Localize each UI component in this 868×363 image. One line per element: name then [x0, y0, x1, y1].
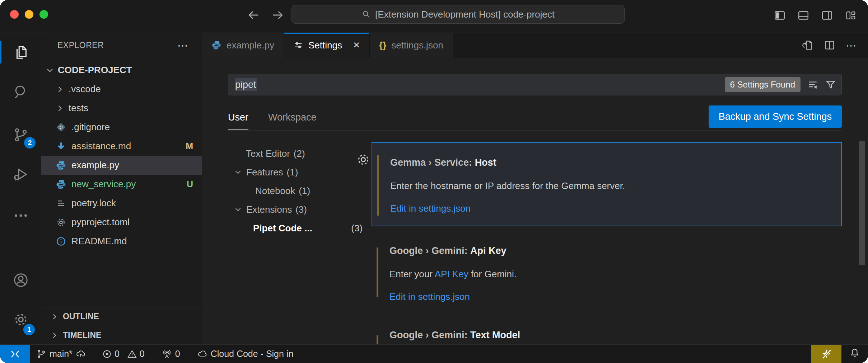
timeline-section[interactable]: TIMELINE [41, 326, 202, 344]
settings-search-value: pipet [235, 79, 257, 90]
setting-title: Google › Gemini: Text Model [389, 330, 842, 341]
back-arrow-icon[interactable] [246, 8, 261, 22]
scope-tab-workspace[interactable]: Workspace [268, 112, 317, 130]
toc-extensions[interactable]: Extensions (3) [228, 200, 363, 219]
remote-indicator[interactable] [0, 345, 30, 363]
editor-more-actions-icon[interactable]: ⋯ [846, 39, 857, 52]
tree-file-assistance[interactable]: assistance.md M [41, 137, 202, 156]
tree-file-readme[interactable]: README.md [41, 232, 202, 251]
search-activity-button[interactable] [0, 77, 41, 106]
backup-sync-settings-button[interactable]: Backup and Sync Settings [709, 105, 842, 128]
status-bar: main* 0 0 0 Cloud Code - Sign in [0, 344, 868, 363]
source-control-activity-button[interactable]: 2 [0, 121, 41, 149]
notifications-button[interactable] [841, 348, 868, 360]
toc-label: Pipet Code ... [253, 223, 312, 234]
tab-example-py[interactable]: example.py [202, 33, 284, 58]
toc-text-editor[interactable]: Text Editor (2) [228, 144, 363, 163]
outline-section[interactable]: OUTLINE [41, 307, 202, 326]
minimize-window-button[interactable] [25, 10, 33, 19]
chevron-right-icon [50, 312, 59, 321]
run-debug-activity-button[interactable] [0, 160, 41, 189]
chevron-right-icon [55, 103, 65, 113]
toc-label: Text Editor [246, 148, 290, 159]
tree-file-gitignore[interactable]: .gitignore [41, 118, 202, 137]
toggle-panel-icon[interactable] [797, 9, 810, 22]
more-icon [13, 207, 29, 224]
toc-count: (3) [351, 223, 363, 234]
root-folder-label: CODE-PROJECT [58, 65, 132, 76]
explorer-activity-button[interactable] [0, 38, 41, 67]
chevron-down-icon [233, 205, 243, 214]
maximize-window-button[interactable] [39, 10, 48, 19]
bell-icon [849, 348, 860, 358]
api-key-link[interactable]: API Key [435, 269, 468, 279]
forward-arrow-icon[interactable] [271, 8, 285, 22]
branch-status-item[interactable]: main* [36, 349, 86, 359]
error-count: 0 [115, 349, 120, 359]
toc-label: Features [246, 167, 283, 178]
open-settings-json-icon[interactable] [801, 39, 813, 51]
file-label: pyproject.toml [71, 217, 130, 228]
setting-gemma-service-host[interactable]: Gemma › Service: Host Enter the hostname… [372, 142, 842, 226]
tree-file-poetry-lock[interactable]: poetry.lock [41, 194, 202, 213]
sliders-icon [293, 40, 303, 50]
accounts-button[interactable] [0, 266, 41, 294]
explorer-more-actions[interactable]: ⋯ [177, 39, 189, 52]
folder-label: tests [69, 103, 88, 114]
ports-status-item[interactable]: 0 [162, 349, 180, 359]
tree-root-folder[interactable]: CODE-PROJECT [41, 61, 202, 80]
branch-name: main* [50, 349, 73, 359]
file-label: example.py [71, 160, 119, 171]
search-icon [13, 84, 29, 100]
tree-file-example[interactable]: example.py [41, 156, 202, 175]
split-editor-icon[interactable] [823, 39, 836, 51]
file-label: poetry.lock [71, 198, 116, 209]
edit-in-settings-json-link[interactable]: Edit in settings.json [389, 291, 470, 302]
setting-google-gemini-text-model[interactable]: Google › Gemini: Text Model [372, 323, 842, 344]
scope-tab-user[interactable]: User [228, 112, 248, 130]
manage-badge: 1 [23, 324, 35, 335]
edit-in-settings-json-link[interactable]: Edit in settings.json [390, 203, 471, 214]
info-file-icon [56, 236, 66, 247]
tab-label: Settings [308, 40, 342, 51]
tree-folder-vscode[interactable]: .vscode [41, 80, 202, 99]
tab-settings[interactable]: Settings ✕ [284, 33, 370, 58]
settings-toc: Text Editor (2) Features (1) Notebook (1… [228, 144, 363, 237]
customize-layout-icon[interactable] [844, 9, 857, 22]
title-bar: [Extension Development Host] code-projec… [0, 0, 868, 32]
tab-settings-json[interactable]: {} settings.json [370, 33, 453, 58]
close-window-button[interactable] [10, 10, 19, 19]
setting-title: Google › Gemini: Api Key [389, 245, 842, 256]
ai-assist-status-button[interactable] [811, 345, 841, 363]
modified-indicator [377, 335, 378, 344]
problems-status-item[interactable]: 0 0 [102, 349, 145, 359]
chevron-right-icon [50, 331, 59, 340]
toggle-secondary-sidebar-icon[interactable] [821, 9, 834, 22]
tree-file-pyproject[interactable]: pyproject.toml [41, 213, 202, 232]
vertical-scrollbar[interactable] [859, 141, 865, 265]
command-center-search[interactable]: [Extension Development Host] code-projec… [291, 5, 625, 24]
tree-file-new-service[interactable]: new_service.py U [41, 175, 202, 194]
clear-filters-icon[interactable] [807, 79, 818, 90]
additional-views-button[interactable] [0, 201, 41, 230]
filter-icon[interactable] [825, 79, 836, 90]
toc-count: (1) [299, 185, 310, 197]
toc-notebook[interactable]: Notebook (1) [228, 182, 363, 200]
activity-bar: 2 1 [0, 33, 41, 344]
chevron-right-icon [55, 84, 65, 94]
setting-google-gemini-api-key[interactable]: Google › Gemini: Api Key Enter your API … [372, 235, 842, 307]
toc-features[interactable]: Features (1) [228, 163, 363, 182]
tree-folder-tests[interactable]: tests [41, 99, 202, 118]
cloud-icon [197, 349, 207, 359]
search-icon [361, 10, 371, 19]
close-tab-icon[interactable]: ✕ [353, 40, 360, 50]
setting-actions-gear-icon[interactable] [356, 152, 371, 167]
cloud-code-status-item[interactable]: Cloud Code - Sign in [197, 349, 294, 359]
settings-search-input[interactable]: pipet 6 Settings Found [228, 74, 842, 95]
manage-button[interactable]: 1 [0, 305, 41, 334]
toc-pipet-code[interactable]: Pipet Code ... (3) [228, 219, 363, 237]
modified-indicator [377, 155, 379, 216]
results-count-badge: 6 Settings Found [725, 77, 801, 92]
toggle-primary-sidebar-icon[interactable] [773, 9, 786, 22]
modified-indicator [377, 248, 378, 297]
